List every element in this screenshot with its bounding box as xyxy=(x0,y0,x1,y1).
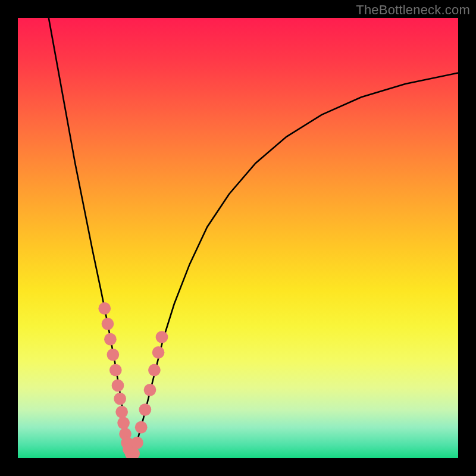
curve-right xyxy=(132,73,458,456)
data-dot xyxy=(98,302,111,315)
data-dot xyxy=(109,364,122,377)
data-dot xyxy=(115,406,128,418)
chart-frame: TheBottleneck.com xyxy=(0,0,476,476)
data-dot xyxy=(104,333,117,346)
data-dot xyxy=(102,318,114,330)
curve-group xyxy=(49,18,458,456)
watermark-text: TheBottleneck.com xyxy=(356,2,470,18)
data-dot xyxy=(135,421,148,434)
data-dot xyxy=(131,437,143,449)
data-dot xyxy=(144,384,156,396)
data-dot xyxy=(152,346,165,359)
data-dot xyxy=(114,393,126,405)
data-dot xyxy=(117,416,130,429)
data-dot xyxy=(148,364,161,377)
data-dot xyxy=(107,349,119,361)
dots-group xyxy=(98,302,168,458)
plot-area xyxy=(18,18,458,458)
chart-svg xyxy=(18,18,458,458)
data-dot xyxy=(156,331,168,343)
data-dot xyxy=(112,380,124,392)
data-dot xyxy=(139,403,152,416)
